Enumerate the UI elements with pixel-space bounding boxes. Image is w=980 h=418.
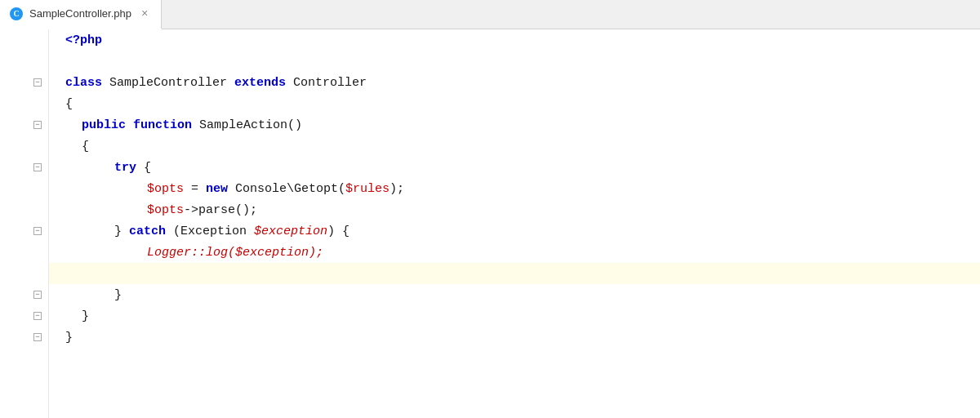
fold-class-icon[interactable]: − xyxy=(33,78,42,87)
token-catch-brace: ) { xyxy=(327,225,350,238)
code-gutter: − − − − − − − xyxy=(0,29,49,418)
gutter-row-5[interactable]: − xyxy=(0,114,48,136)
token-try-kw: try xyxy=(114,161,144,175)
fold-close-icon[interactable]: − xyxy=(33,291,42,299)
token-opts-var2: $opts xyxy=(147,203,184,217)
code-line-13: } xyxy=(49,284,980,305)
gutter-row-11 xyxy=(0,242,48,263)
token-new-kw: new xyxy=(206,182,235,196)
token-public-kw: public xyxy=(82,118,133,132)
token-function-kw: function xyxy=(133,118,199,132)
gutter-row-13[interactable]: − xyxy=(0,284,48,305)
token-parent-class: Controller xyxy=(293,76,367,90)
code-line-11: Logger::log($exception); xyxy=(49,242,980,263)
token-method-close: } xyxy=(82,309,89,323)
code-line-7: try { xyxy=(49,157,980,178)
token-logger-call: Logger::log($exception); xyxy=(147,246,323,260)
code-line-6: { xyxy=(49,136,980,157)
token-semicolon1: ); xyxy=(390,182,404,196)
token-rules-var: $rules xyxy=(345,182,390,196)
fold-close3-icon[interactable]: − xyxy=(33,333,42,341)
code-line-4: { xyxy=(49,93,980,114)
token-assign: = xyxy=(184,182,206,196)
code-line-2 xyxy=(49,51,980,72)
code-line-1: <?php xyxy=(49,29,980,51)
token-class-close: } xyxy=(65,331,73,345)
code-line-10: } catch (Exception $exception) { xyxy=(49,220,980,242)
gutter-row-4 xyxy=(0,93,48,114)
tab-filename: SampleController.php xyxy=(29,7,131,20)
token-catch-close: } xyxy=(114,288,122,302)
gutter-row-12 xyxy=(0,263,48,284)
token-parse-call: ->parse(); xyxy=(184,203,257,217)
token-brace-open: { xyxy=(65,97,73,111)
code-line-3: class SampleController extends Controlle… xyxy=(49,72,980,93)
gutter-row-8 xyxy=(0,178,48,199)
fold-try-icon[interactable]: − xyxy=(33,163,42,171)
code-line-5: public function SampleAction() xyxy=(49,114,980,136)
token-opts-var: $opts xyxy=(147,182,184,196)
code-line-14: } xyxy=(49,305,980,327)
token-phptag: <?php xyxy=(65,33,102,47)
token-extends-kw: extends xyxy=(234,76,293,90)
gutter-row-9 xyxy=(0,199,48,220)
gutter-row-2 xyxy=(0,51,48,72)
tab-samplecontroller[interactable]: C SampleController.php × xyxy=(0,0,162,29)
gutter-row-7[interactable]: − xyxy=(0,157,48,178)
tab-file-icon: C xyxy=(10,7,23,20)
token-try-close: } xyxy=(114,225,129,238)
code-line-12 xyxy=(49,263,980,284)
gutter-row-15[interactable]: − xyxy=(0,327,48,348)
fold-close2-icon[interactable]: − xyxy=(33,312,42,320)
code-line-15: } xyxy=(49,327,980,348)
token-class-ref: Console\Getopt( xyxy=(235,182,345,196)
gutter-row-6 xyxy=(0,136,48,157)
tab-close-button[interactable]: × xyxy=(138,6,151,22)
code-area: − − − − − − − xyxy=(0,29,980,418)
gutter-row-14[interactable]: − xyxy=(0,305,48,327)
tab-bar: C SampleController.php × xyxy=(0,0,980,29)
fold-function-icon[interactable]: − xyxy=(33,121,42,129)
token-exception-var: $exception xyxy=(254,225,327,238)
gutter-row-1 xyxy=(0,29,48,51)
fold-catch-icon[interactable]: − xyxy=(33,227,42,235)
token-try-brace: { xyxy=(144,161,151,175)
token-classname: SampleController xyxy=(109,76,234,90)
gutter-row-3[interactable]: − xyxy=(0,72,48,93)
token-method-brace-open: { xyxy=(82,140,89,153)
code-line-8: $opts = new Console\Getopt($rules); xyxy=(49,178,980,199)
token-exception-class: (Exception xyxy=(173,225,254,238)
code-editor[interactable]: <?php class SampleController extends Con… xyxy=(49,29,980,418)
code-line-9: $opts->parse(); xyxy=(49,199,980,220)
gutter-row-10[interactable]: − xyxy=(0,220,48,242)
token-method-name: SampleAction() xyxy=(199,118,302,132)
token-class-kw: class xyxy=(65,76,109,90)
token-catch-kw: catch xyxy=(129,225,173,238)
